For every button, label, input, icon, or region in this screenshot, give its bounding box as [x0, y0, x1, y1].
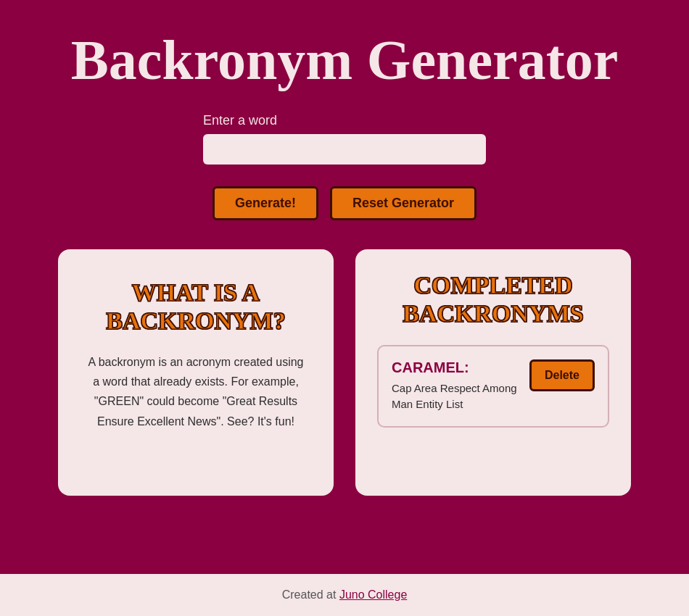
info-card: WHAT IS A BACKRONYM? A backronym is an a… — [58, 249, 334, 496]
cards-row: WHAT IS A BACKRONYM? A backronym is an a… — [44, 249, 645, 496]
footer-link[interactable]: Juno College — [339, 588, 407, 601]
reset-button[interactable]: Reset Generator — [330, 186, 476, 220]
app-title: Backronym Generator — [71, 29, 619, 91]
word-input-label: Enter a word — [203, 113, 277, 128]
word-input[interactable] — [203, 134, 486, 165]
completed-card: COMPLETED BACKRONYMS CARAMEL: Cap Area R… — [355, 249, 631, 496]
info-card-title: WHAT IS A BACKRONYM? — [84, 278, 308, 335]
main-content: Backronym Generator Enter a word Generat… — [0, 0, 689, 574]
backronym-expansion: Cap Area Respect Among Man Entity List — [392, 380, 529, 413]
info-card-body: A backronym is an acronym created using … — [84, 352, 308, 431]
generate-button[interactable]: Generate! — [213, 186, 318, 220]
footer: Created at Juno College — [0, 574, 689, 616]
footer-text: Created at — [282, 588, 339, 601]
delete-button[interactable]: Delete — [529, 359, 595, 391]
backronym-word: CARAMEL: — [392, 359, 529, 376]
input-section: Enter a word — [203, 113, 486, 165]
completed-card-title: COMPLETED BACKRONYMS — [377, 271, 609, 328]
backronym-text-block: CARAMEL: Cap Area Respect Among Man Enti… — [392, 359, 529, 413]
backronym-entry: CARAMEL: Cap Area Respect Among Man Enti… — [377, 345, 609, 428]
buttons-row: Generate! Reset Generator — [213, 186, 476, 220]
